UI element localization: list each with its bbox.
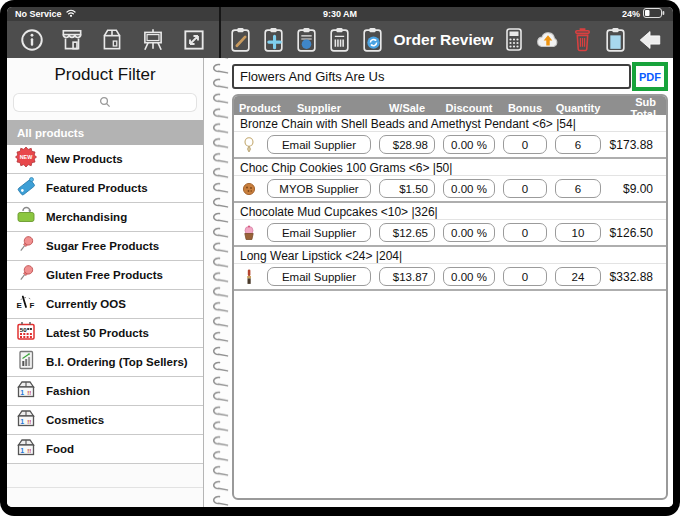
column-header-bonus: Bonus — [503, 102, 547, 114]
product-name: Bronze Chain with Shell Beads and Amethy… — [234, 115, 666, 132]
sidebar-item-gluten-free[interactable]: Gluten Free Products — [7, 261, 203, 290]
sidebar-item-food[interactable]: 1!! Food — [7, 435, 203, 464]
package-button[interactable] — [99, 27, 125, 53]
sidebar-item-label: Cosmetics — [46, 414, 104, 426]
cookie-icon — [239, 181, 259, 197]
sidebar-item-bi-ordering[interactable]: B.I. Ordering (Top Sellers) — [7, 348, 203, 377]
trash-icon — [570, 41, 595, 56]
wsale-field[interactable]: $12.65 — [379, 223, 435, 242]
search-icon — [99, 94, 111, 112]
column-header-product: Product — [239, 102, 259, 114]
order-badge-button[interactable] — [294, 26, 319, 53]
sign-icon — [15, 204, 37, 230]
stock-box-icon: 1!! — [15, 378, 37, 404]
wsale-field[interactable]: $13.87 — [379, 267, 435, 286]
order-badge-icon — [294, 41, 319, 56]
store-icon — [59, 41, 85, 56]
supplier-button[interactable]: Email Supplier — [267, 267, 371, 286]
search-input[interactable] — [14, 94, 196, 111]
header: No Service 9:30 AM 24% — [7, 7, 673, 58]
subtotal-value: $332.88 — [609, 270, 661, 284]
table-row: Chocolate Mud Cupcakes <10> |326| Email … — [234, 203, 666, 247]
upload-icon — [534, 41, 562, 56]
upload-button[interactable] — [534, 27, 562, 53]
sidebar-item-label: Latest 50 Products — [46, 327, 149, 339]
sidebar-item-new-products[interactable]: NEW New Products — [7, 145, 203, 174]
discount-field[interactable]: 0.00 % — [443, 179, 495, 198]
discount-field[interactable]: 0.00 % — [443, 267, 495, 286]
discount-field[interactable]: 0.00 % — [443, 223, 495, 242]
pdf-button[interactable]: PDF — [637, 67, 663, 86]
svg-text:NEW: NEW — [20, 154, 33, 160]
stock-box-icon: 1!! — [15, 407, 37, 433]
sidebar-item-label: Gluten Free Products — [46, 269, 163, 281]
sidebar-item-sugar-free[interactable]: Sugar Free Products — [7, 232, 203, 261]
sidebar-item-all-products[interactable]: All products — [7, 120, 203, 145]
customer-name-field[interactable]: Flowers And Gifts Are Us — [232, 64, 631, 89]
pdf-highlight-annotation: PDF — [632, 62, 668, 91]
back-icon — [636, 41, 664, 56]
info-icon — [19, 41, 45, 56]
product-name: Long Wear Lipstick <24> |204| — [234, 247, 666, 264]
sidebar-item-fashion[interactable]: 1!! Fashion — [7, 377, 203, 406]
clock-label: 9:30 AM — [7, 9, 673, 19]
bonus-field[interactable]: 0 — [503, 179, 547, 198]
svg-text:F: F — [30, 301, 35, 310]
discount-field[interactable]: 0.00 % — [443, 135, 495, 154]
easel-icon — [139, 41, 167, 56]
quantity-field[interactable]: 24 — [555, 267, 601, 286]
sidebar-item-label: New Products — [46, 153, 123, 165]
calendar-50-icon: 50 — [15, 320, 37, 346]
supplier-button[interactable]: Email Supplier — [267, 135, 371, 154]
store-button[interactable] — [59, 27, 85, 53]
order-edit-button[interactable] — [228, 26, 253, 53]
bonus-field[interactable]: 0 — [503, 223, 547, 242]
sidebar-item-featured-products[interactable]: Featured Products — [7, 174, 203, 203]
resize-button[interactable] — [181, 27, 207, 53]
order-add-button[interactable] — [261, 26, 286, 53]
table-row: Choc Chip Cookies 100 Grams <6> |50| MYO… — [234, 159, 666, 203]
pushpin-icon — [15, 262, 37, 288]
bonus-field[interactable]: 0 — [503, 267, 547, 286]
wsale-field[interactable]: $1.50 — [379, 179, 435, 198]
order-sync-button[interactable] — [360, 26, 385, 53]
quantity-field[interactable]: 6 — [555, 179, 601, 198]
order-add-icon — [261, 41, 286, 56]
supplier-button[interactable]: Email Supplier — [267, 223, 371, 242]
order-barcode-icon — [327, 41, 352, 56]
toolbar: Order Review — [7, 21, 673, 58]
sidebar-item-latest-50[interactable]: 50 Latest 50 Products — [7, 319, 203, 348]
sidebar-item-currently-oos[interactable]: EF Currently OOS — [7, 290, 203, 319]
bonus-field[interactable]: 0 — [503, 135, 547, 154]
sidebar-item-label: B.I. Ordering (Top Sellers) — [46, 356, 188, 368]
back-button[interactable] — [636, 27, 664, 53]
resize-icon — [181, 41, 207, 56]
column-header-supplier: Supplier — [267, 102, 371, 114]
order-barcode-button[interactable] — [327, 26, 352, 53]
trash-button[interactable] — [570, 26, 595, 53]
sidebar-empty-row — [7, 464, 203, 488]
sidebar-item-cosmetics[interactable]: 1!! Cosmetics — [7, 406, 203, 435]
subtotal-value: $173.88 — [609, 138, 661, 152]
paste-button[interactable] — [603, 26, 628, 53]
order-edit-icon — [228, 41, 253, 56]
order-review-panel: Flowers And Gifts Are Us PDF Product Sup… — [230, 58, 673, 507]
spiral-binding — [204, 58, 230, 507]
svg-text:1: 1 — [20, 389, 24, 396]
column-header-wsale: W/Sale — [379, 102, 435, 114]
sidebar-item-merchandising[interactable]: Merchandising — [7, 203, 203, 232]
calculator-button[interactable] — [502, 26, 526, 53]
quantity-field[interactable]: 10 — [555, 223, 601, 242]
svg-text:!!: !! — [27, 390, 31, 396]
quantity-field[interactable]: 6 — [555, 135, 601, 154]
supplier-button[interactable]: MYOB Supplier — [267, 179, 371, 198]
svg-text:1: 1 — [20, 418, 24, 425]
info-button[interactable] — [19, 27, 45, 53]
easel-button[interactable] — [139, 27, 167, 53]
table-row: Bronze Chain with Shell Beads and Amethy… — [234, 115, 666, 159]
svg-text:1: 1 — [20, 447, 24, 454]
column-header-quantity: Quantity — [555, 102, 601, 114]
sidebar-item-label: Fashion — [46, 385, 90, 397]
page-title: Order Review — [393, 31, 493, 49]
wsale-field[interactable]: $28.98 — [379, 135, 435, 154]
